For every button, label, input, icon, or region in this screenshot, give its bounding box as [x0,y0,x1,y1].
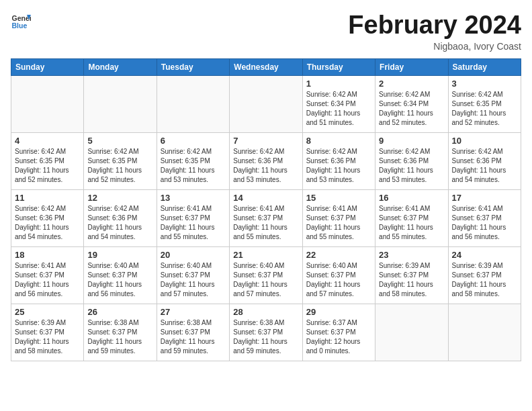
calendar-cell: 15Sunrise: 6:41 AM Sunset: 6:37 PM Dayli… [302,190,375,247]
calendar-cell: 20Sunrise: 6:40 AM Sunset: 6:37 PM Dayli… [157,247,229,304]
cell-date: 17 [452,193,517,203]
week-row-3: 18Sunrise: 6:41 AM Sunset: 6:37 PM Dayli… [11,247,521,304]
cell-date: 13 [161,193,226,203]
cell-date: 5 [87,136,152,146]
calendar-cell: 24Sunrise: 6:39 AM Sunset: 6:37 PM Dayli… [448,247,521,304]
calendar-cell: 2Sunrise: 6:42 AM Sunset: 6:34 PM Daylig… [375,76,448,133]
cell-info: Sunrise: 6:37 AM Sunset: 6:37 PM Dayligh… [306,318,371,356]
calendar-cell: 17Sunrise: 6:41 AM Sunset: 6:37 PM Dayli… [448,190,521,247]
calendar-cell: 28Sunrise: 6:38 AM Sunset: 6:37 PM Dayli… [230,304,302,361]
calendar-cell [84,76,157,133]
cell-info: Sunrise: 6:39 AM Sunset: 6:37 PM Dayligh… [15,318,80,356]
cell-date: 12 [87,193,152,203]
day-header-sunday: Sunday [11,59,84,76]
day-header-tuesday: Tuesday [157,59,229,76]
cell-date: 4 [15,136,80,146]
cell-info: Sunrise: 6:42 AM Sunset: 6:36 PM Dayligh… [15,204,80,242]
cell-info: Sunrise: 6:40 AM Sunset: 6:37 PM Dayligh… [87,261,152,299]
cell-date: 19 [87,250,152,260]
cell-date: 22 [306,250,371,260]
calendar-cell: 27Sunrise: 6:38 AM Sunset: 6:37 PM Dayli… [157,304,229,361]
calendar-subtitle: Nigbaoa, Ivory Coast [348,41,521,52]
cell-date: 7 [233,136,298,146]
calendar-cell: 21Sunrise: 6:40 AM Sunset: 6:37 PM Dayli… [230,247,302,304]
day-header-wednesday: Wednesday [230,59,302,76]
header-row: SundayMondayTuesdayWednesdayThursdayFrid… [11,59,521,76]
calendar-table: SundayMondayTuesdayWednesdayThursdayFrid… [11,58,521,361]
calendar-cell: 10Sunrise: 6:42 AM Sunset: 6:36 PM Dayli… [448,133,521,190]
week-row-1: 4Sunrise: 6:42 AM Sunset: 6:35 PM Daylig… [11,133,521,190]
cell-info: Sunrise: 6:40 AM Sunset: 6:37 PM Dayligh… [306,261,371,299]
calendar-cell: 25Sunrise: 6:39 AM Sunset: 6:37 PM Dayli… [11,304,84,361]
day-header-monday: Monday [84,59,157,76]
cell-date: 15 [306,193,371,203]
cell-info: Sunrise: 6:38 AM Sunset: 6:37 PM Dayligh… [161,318,226,356]
cell-date: 21 [233,250,298,260]
calendar-cell: 1Sunrise: 6:42 AM Sunset: 6:34 PM Daylig… [302,76,375,133]
cell-info: Sunrise: 6:41 AM Sunset: 6:37 PM Dayligh… [379,204,444,242]
cell-info: Sunrise: 6:42 AM Sunset: 6:36 PM Dayligh… [306,147,371,185]
calendar-cell [375,304,448,361]
cell-info: Sunrise: 6:38 AM Sunset: 6:37 PM Dayligh… [87,318,152,356]
calendar-cell: 11Sunrise: 6:42 AM Sunset: 6:36 PM Dayli… [11,190,84,247]
calendar-cell: 22Sunrise: 6:40 AM Sunset: 6:37 PM Dayli… [302,247,375,304]
day-header-friday: Friday [375,59,448,76]
cell-date: 18 [15,250,80,260]
calendar-cell: 18Sunrise: 6:41 AM Sunset: 6:37 PM Dayli… [11,247,84,304]
calendar-cell: 8Sunrise: 6:42 AM Sunset: 6:36 PM Daylig… [302,133,375,190]
calendar-cell [448,304,521,361]
cell-info: Sunrise: 6:41 AM Sunset: 6:37 PM Dayligh… [452,204,517,242]
cell-date: 16 [379,193,444,203]
calendar-cell: 13Sunrise: 6:41 AM Sunset: 6:37 PM Dayli… [157,190,229,247]
calendar-cell: 14Sunrise: 6:41 AM Sunset: 6:37 PM Dayli… [230,190,302,247]
cell-date: 2 [379,79,444,89]
cell-date: 1 [306,79,371,89]
week-row-0: 1Sunrise: 6:42 AM Sunset: 6:34 PM Daylig… [11,76,521,133]
calendar-cell: 26Sunrise: 6:38 AM Sunset: 6:37 PM Dayli… [84,304,157,361]
cell-date: 8 [306,136,371,146]
calendar-title: February 2024 [348,11,521,40]
calendar-cell: 16Sunrise: 6:41 AM Sunset: 6:37 PM Dayli… [375,190,448,247]
cell-date: 23 [379,250,444,260]
cell-date: 9 [379,136,444,146]
cell-info: Sunrise: 6:42 AM Sunset: 6:36 PM Dayligh… [87,204,152,242]
week-row-2: 11Sunrise: 6:42 AM Sunset: 6:36 PM Dayli… [11,190,521,247]
cell-info: Sunrise: 6:42 AM Sunset: 6:34 PM Dayligh… [306,90,371,128]
cell-info: Sunrise: 6:41 AM Sunset: 6:37 PM Dayligh… [306,204,371,242]
cell-date: 20 [161,250,226,260]
cell-info: Sunrise: 6:42 AM Sunset: 6:36 PM Dayligh… [233,147,298,185]
cell-info: Sunrise: 6:42 AM Sunset: 6:35 PM Dayligh… [15,147,80,185]
cell-info: Sunrise: 6:41 AM Sunset: 6:37 PM Dayligh… [15,261,80,299]
svg-text:Blue: Blue [12,21,28,30]
cell-date: 29 [306,307,371,317]
cell-info: Sunrise: 6:39 AM Sunset: 6:37 PM Dayligh… [379,261,444,299]
cell-info: Sunrise: 6:40 AM Sunset: 6:37 PM Dayligh… [161,261,226,299]
week-row-4: 25Sunrise: 6:39 AM Sunset: 6:37 PM Dayli… [11,304,521,361]
cell-info: Sunrise: 6:38 AM Sunset: 6:37 PM Dayligh… [233,318,298,356]
calendar-cell: 5Sunrise: 6:42 AM Sunset: 6:35 PM Daylig… [84,133,157,190]
title-area: February 2024 Nigbaoa, Ivory Coast [348,11,521,52]
cell-date: 11 [15,193,80,203]
cell-info: Sunrise: 6:41 AM Sunset: 6:37 PM Dayligh… [161,204,226,242]
cell-info: Sunrise: 6:39 AM Sunset: 6:37 PM Dayligh… [452,261,517,299]
calendar-cell: 12Sunrise: 6:42 AM Sunset: 6:36 PM Dayli… [84,190,157,247]
cell-info: Sunrise: 6:42 AM Sunset: 6:36 PM Dayligh… [452,147,517,185]
cell-date: 10 [452,136,517,146]
cell-date: 3 [452,79,517,89]
cell-date: 25 [15,307,80,317]
calendar-cell [157,76,229,133]
logo: General Blue [11,11,31,31]
calendar-cell [11,76,84,133]
cell-info: Sunrise: 6:41 AM Sunset: 6:37 PM Dayligh… [233,204,298,242]
cell-info: Sunrise: 6:42 AM Sunset: 6:35 PM Dayligh… [161,147,226,185]
cell-date: 26 [87,307,152,317]
cell-info: Sunrise: 6:42 AM Sunset: 6:35 PM Dayligh… [452,90,517,128]
calendar-cell: 23Sunrise: 6:39 AM Sunset: 6:37 PM Dayli… [375,247,448,304]
cell-date: 24 [452,250,517,260]
logo-icon: General Blue [11,11,31,31]
calendar-cell: 7Sunrise: 6:42 AM Sunset: 6:36 PM Daylig… [230,133,302,190]
day-header-saturday: Saturday [448,59,521,76]
page-header: General Blue February 2024 Nigbaoa, Ivor… [11,11,521,52]
cell-date: 6 [161,136,226,146]
calendar-cell: 29Sunrise: 6:37 AM Sunset: 6:37 PM Dayli… [302,304,375,361]
